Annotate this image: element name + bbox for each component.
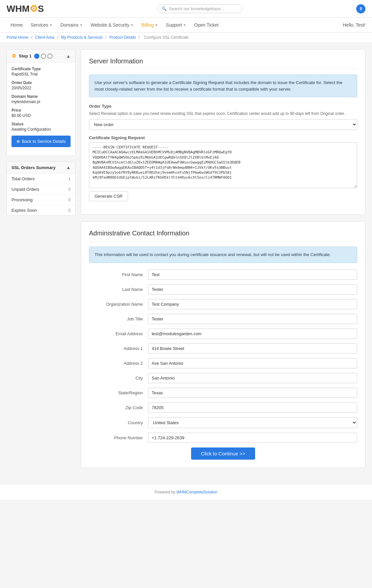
nav-domains[interactable]: Domains▼ [56, 18, 87, 32]
search-input[interactable] [169, 6, 238, 11]
admin-contact-info-box: This information will be used to contact… [89, 247, 357, 263]
address2-input[interactable] [148, 358, 357, 368]
nav-website-security[interactable]: Website & Security▼ [87, 18, 138, 32]
step-body: Certificate Type RapidSSL Trial Order Da… [7, 63, 75, 156]
breadcrumb-portal-home[interactable]: Portal Home [7, 35, 29, 40]
city-input[interactable] [148, 373, 357, 383]
ssl-orders-card: SSL Orders Summary ▲ Total Orders 1 Unpa… [7, 161, 76, 216]
nav-billing[interactable]: Billing▼ [138, 18, 162, 32]
ssl-orders-header: SSL Orders Summary ▲ [7, 162, 75, 174]
country-select[interactable]: United States United Kingdom Canada [148, 417, 357, 428]
breadcrumb-client-area[interactable]: Client Area [35, 35, 55, 40]
last-name-row: Last Name [89, 284, 357, 294]
total-orders-count: 1 [68, 177, 71, 181]
processing-label: Processing [11, 197, 33, 202]
plus-circle-icon: ⊕ [16, 139, 20, 144]
price-label: Price [11, 108, 71, 113]
domain-name-field: Domain Name mytestdomain.pl [11, 94, 71, 104]
chevron-down-icon: ▼ [49, 23, 53, 27]
zip-row: Zip Code [89, 403, 357, 413]
state-input-wrap [148, 388, 357, 398]
breadcrumb-current: Configure SSL Certificate [144, 35, 188, 40]
ssl-orders-title: SSL Orders Summary [11, 165, 55, 170]
continue-button[interactable]: Click to Continue >> [191, 447, 255, 460]
csr-group: Certificate Signing Request -----BEGIN C… [89, 135, 357, 201]
generate-csr-button[interactable]: Generate CSR [89, 191, 128, 201]
org-name-input[interactable] [148, 299, 357, 309]
nav-services[interactable]: Services▼ [27, 18, 56, 32]
nav-home[interactable]: Home [7, 18, 27, 32]
nav-left: Home Services▼ Domains▼ Website & Securi… [7, 18, 223, 32]
unpaid-orders-count: 0 [68, 187, 71, 192]
admin-contact-title: Administrative Contact Information [89, 229, 357, 241]
circle-3 [47, 54, 53, 59]
phone-label: Phone Number [89, 435, 148, 440]
order-type-select[interactable]: New order Renewal [89, 119, 357, 130]
zip-input[interactable] [148, 403, 357, 413]
cart-icon[interactable]: 0 [356, 4, 365, 13]
country-input-wrap: United States United Kingdom Canada [148, 417, 357, 428]
server-info-title: Server Information [89, 57, 357, 69]
status-field: Status Awaiting Configuration [11, 122, 71, 132]
nav-support[interactable]: Support▼ [162, 18, 190, 32]
address2-row: Address 2 [89, 358, 357, 368]
breadcrumb-my-products[interactable]: My Products & Services [61, 35, 102, 40]
chevron-down-icon: ▼ [155, 23, 158, 27]
phone-row: Phone Number [89, 433, 357, 443]
step-circles [34, 54, 53, 59]
back-to-service-button[interactable]: ⊕ Back to Service Details [11, 136, 71, 147]
logo-gear: ⚙ [30, 4, 38, 14]
order-date-label: Order Date [11, 80, 71, 85]
certificate-type-label: Certificate Type [11, 67, 71, 71]
phone-input-wrap [148, 433, 357, 443]
admin-contact-card: Administrative Contact Information This … [81, 221, 365, 468]
server-info-box: Use your server's software to generate a… [89, 75, 357, 97]
csr-textarea[interactable]: -----BEGIN CERTIFICATE REQUEST----- MIIC… [89, 142, 357, 188]
expires-soon-count: 0 [68, 208, 71, 213]
unpaid-orders-label: Unpaid Orders [11, 187, 39, 192]
nav-user[interactable]: Hello, Test! [343, 22, 365, 28]
state-label: State/Region [89, 390, 148, 395]
state-input[interactable] [148, 388, 357, 398]
last-name-input[interactable] [148, 284, 357, 294]
phone-input[interactable] [148, 433, 357, 443]
first-name-input[interactable] [148, 270, 357, 280]
address1-row: Address 1 [89, 343, 357, 354]
country-label: Country [89, 420, 148, 425]
state-row: State/Region [89, 388, 357, 398]
job-title-label: Job Title [89, 316, 148, 321]
email-input-wrap [148, 329, 357, 339]
city-input-wrap [148, 373, 357, 383]
circle-1 [34, 54, 39, 59]
domain-name-value: mytestdomain.pl [11, 99, 71, 104]
job-title-input[interactable] [148, 314, 357, 324]
first-name-row: First Name [89, 270, 357, 280]
total-orders-label: Total Orders [11, 176, 35, 181]
chevron-down-icon: ▼ [183, 23, 186, 27]
chevron-up-icon[interactable]: ▲ [66, 54, 71, 59]
processing-count: 0 [68, 198, 71, 202]
breadcrumb-product-details[interactable]: Product Details [109, 35, 136, 40]
footer-link[interactable]: WHMCompleteSolution [176, 490, 217, 494]
nav-open-ticket[interactable]: Open Ticket [190, 18, 223, 32]
address1-input[interactable] [148, 343, 357, 354]
search-bar: 🔍 [157, 4, 243, 13]
logo: WHM⚙S [7, 3, 44, 14]
first-name-label: First Name [89, 272, 148, 277]
price-value: $0.00 USD [11, 113, 71, 118]
status-label: Status [11, 122, 71, 126]
certificate-type-field: Certificate Type RapidSSL Trial [11, 67, 71, 76]
org-name-row: Organization Name [89, 299, 357, 309]
email-label: Email Address [89, 331, 148, 336]
unpaid-orders-row: Unpaid Orders 0 [7, 184, 75, 195]
footer: Powered by WHMCompleteSolution [0, 484, 372, 500]
step-header: ⚙ Step 1 ▲ [7, 50, 75, 63]
step-card: ⚙ Step 1 ▲ Certificate Type RapidSSL Tri… [7, 49, 76, 156]
step-gear-icon: ⚙ [11, 53, 16, 59]
ssl-orders-body: Total Orders 1 Unpaid Orders 0 Processin… [7, 174, 75, 215]
address2-label: Address 2 [89, 361, 148, 366]
chevron-up-icon-orders[interactable]: ▲ [66, 165, 71, 170]
email-input[interactable] [148, 329, 357, 339]
step-label: Step 1 [19, 54, 32, 58]
certificate-type-value: RapidSSL Trial [11, 72, 71, 76]
